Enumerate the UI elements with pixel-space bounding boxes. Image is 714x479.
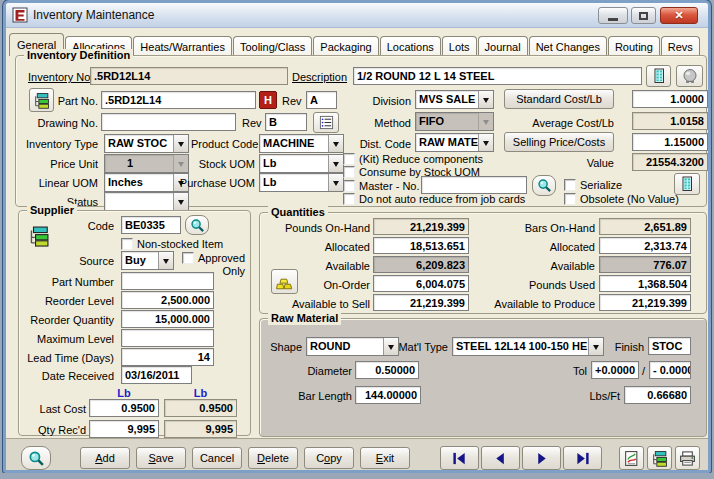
checkbox[interactable] [564,179,576,191]
supplier-search-button[interactable] [185,215,209,235]
tol-plus-field[interactable]: +0.0000 [591,361,639,379]
tab-locations[interactable]: Locations [380,36,441,56]
minimize-button[interactable] [598,7,628,24]
obsolete-checkbox[interactable]: Obsolete (No Value) [564,193,679,206]
dist-code-select[interactable]: RAW MATE [415,133,494,152]
checkbox[interactable] [121,238,133,250]
rev-a-field[interactable]: A [306,91,337,109]
checkbox[interactable] [343,153,355,165]
chevron-down-icon[interactable] [173,193,188,210]
nav-next-button[interactable] [522,446,561,470]
shape-select[interactable]: ROUND [306,337,399,356]
last-cost-field[interactable]: 0.9500 [89,399,159,417]
date-received-field[interactable]: 03/16/2011 [121,366,192,384]
tab-routing[interactable]: Routing [608,36,660,56]
tab-heats-warranties[interactable]: Heats/Warranties [133,36,232,56]
report-button[interactable] [619,446,644,470]
non-stocked-checkbox[interactable]: Non-stocked Item [121,238,223,251]
standard-cost-field[interactable]: 1.0000 [632,90,708,108]
chevron-down-icon [173,155,188,172]
no-auto-reduce-checkbox[interactable]: Do not auto reduce from job cards [343,193,525,206]
rev-b-field[interactable]: B [265,113,307,131]
chevron-down-icon[interactable] [173,135,188,152]
close-button[interactable]: ✕ [660,7,698,24]
hierarchy-view-button[interactable] [647,446,672,470]
tab-revs[interactable]: Revs [661,36,700,56]
chevron-down-icon[interactable] [328,155,343,172]
selling-price-button[interactable]: Selling Price/Costs [504,132,614,152]
reorder-level-field[interactable]: 2,500.000 [121,291,214,309]
delete-button[interactable]: Delete [248,447,298,469]
checkbox[interactable] [343,193,355,205]
hierarchy-icon[interactable] [28,225,50,247]
kit-reduce-checkbox[interactable]: (Kit) Reduce components [343,153,483,166]
stock-uom-select[interactable]: Lb [259,154,344,173]
part-no-field[interactable]: .5RD12L14 [101,91,256,109]
print-button[interactable] [675,446,700,470]
serialize-checkbox[interactable]: Serialize [564,179,622,192]
chevron-down-icon[interactable] [478,134,493,151]
master-no-checkbox[interactable]: Master - No. [343,180,420,193]
chevron-down-icon[interactable] [478,91,493,108]
bar-length-field[interactable]: 144.00000 [355,386,421,404]
cancel-button[interactable]: Cancel [192,447,242,469]
inventory-type-select[interactable]: RAW STOC [104,134,189,153]
inventory-no-link[interactable]: Inventory No. [28,71,93,84]
exit-button[interactable]: Exit [360,447,410,469]
supplier-code-label: Code [64,220,114,233]
chevron-down-icon[interactable] [158,252,173,269]
copy-button[interactable]: Copy [304,447,354,469]
description-field[interactable]: 1/2 ROUND 12 L 14 STEEL [353,67,642,85]
maximize-button[interactable] [631,7,656,24]
chevron-down-icon[interactable] [328,174,343,191]
serial-notes-button[interactable] [674,173,700,195]
tab-tooling-class[interactable]: Tooling/Class [233,36,312,56]
hierarchy-button[interactable] [29,88,54,112]
description-link[interactable]: Description [292,71,347,84]
checkbox[interactable] [343,166,355,178]
matl-type-select[interactable]: STEEL 12L14 100-150 HE [452,337,604,356]
lead-time-field[interactable]: 14 [121,348,214,366]
notes-button[interactable] [646,65,671,87]
tab-lots[interactable]: Lots [442,36,477,56]
nav-first-button[interactable] [440,446,479,470]
rev-a-label: Rev [282,95,302,108]
rev-list-button[interactable] [313,112,339,133]
tab-packaging[interactable]: Packaging [313,36,378,56]
nav-last-button[interactable] [563,446,602,470]
search-button[interactable] [21,446,51,470]
reorder-qty-field[interactable]: 15,000.000 [121,310,214,328]
drawing-no-field[interactable] [101,113,236,131]
purchase-uom-select[interactable]: Lb [259,173,344,192]
chevron-down-icon[interactable] [588,338,603,355]
master-no-field[interactable] [421,176,527,194]
globe-button[interactable] [676,65,703,87]
add-button[interactable]: Add [80,447,130,469]
checkbox[interactable] [564,193,576,205]
title-bar[interactable]: Inventory Maintenance ✕ [6,3,708,28]
checkbox[interactable] [343,180,355,192]
shape-value: ROUND [307,338,383,355]
standard-cost-button[interactable]: Standard Cost/Lb [504,89,614,109]
supplier-part-number-field[interactable] [121,272,214,290]
tab-journal[interactable]: Journal [478,36,528,56]
tol-minus-field[interactable]: - 0.0000 [649,361,691,379]
reorder-level-label: Reorder Level [34,295,114,308]
supplier-code-field[interactable]: BE0335 [121,216,181,234]
max-level-field[interactable] [121,329,214,347]
division-select[interactable]: MVS SALE [415,90,494,109]
save-button[interactable]: Save [136,447,186,469]
source-select[interactable]: Buy [121,251,174,270]
checkbox[interactable] [182,252,194,264]
product-code-select[interactable]: MACHINE [259,134,344,153]
nav-previous-button[interactable] [481,446,520,470]
finish-field[interactable]: STOC [648,337,691,355]
master-search-button[interactable] [532,175,556,196]
selling-price-field[interactable]: 1.15000 [632,133,708,151]
status-select[interactable] [104,192,189,211]
tab-net-changes[interactable]: Net Changes [529,36,607,56]
diameter-field[interactable]: 0.50000 [355,361,419,379]
qty-recd-field[interactable]: 9,995 [89,420,159,438]
history-button[interactable]: H [259,91,277,109]
lbs-ft-field[interactable]: 0.66680 [624,386,691,404]
